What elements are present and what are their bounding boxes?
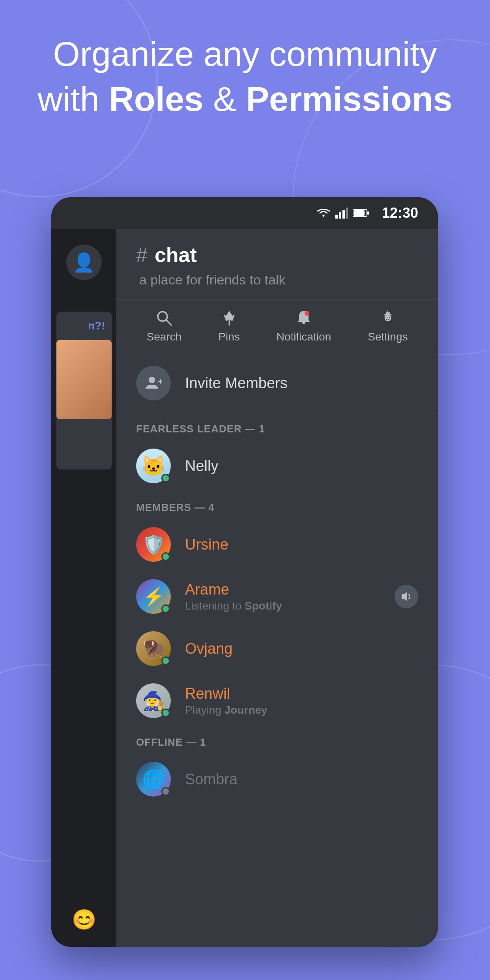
status-time: 12:30 (382, 205, 418, 221)
svg-rect-7 (353, 210, 365, 216)
status-dot-ovjang (161, 656, 170, 665)
member-info-nelly: Nelly (185, 458, 418, 475)
channel-header: # chat a place for friends to talk (116, 229, 438, 300)
channel-title-row: # chat (136, 243, 418, 267)
member-row-sombra[interactable]: 🌐 Sombra (116, 753, 438, 805)
section-header-fearless-leader: FEARLESS LEADER — 1 (116, 413, 438, 440)
member-row-nelly[interactable]: 🐱 Nelly (116, 440, 438, 492)
invite-members-row[interactable]: Invite Members (116, 353, 438, 413)
toolbar-pins[interactable]: Pins (218, 309, 239, 343)
pins-label: Pins (218, 331, 239, 343)
member-name-ovjang: Ovjang (185, 640, 418, 657)
toolbar: Search Pins Notification (116, 300, 438, 353)
battery-icon (353, 209, 369, 217)
sidebar-avatar[interactable]: 👤 (66, 245, 102, 280)
wifi-icon (316, 208, 331, 219)
section-header-members: MEMBERS — 4 (116, 492, 438, 518)
member-info-renwil: Renwil Playing Journey (185, 685, 418, 716)
invite-icon (136, 366, 171, 400)
section-header-offline: OFFLINE — 1 (116, 727, 438, 753)
svg-rect-3 (342, 210, 345, 219)
hash-icon: # (136, 243, 148, 267)
headline-line1: Organize any community (32, 32, 458, 77)
toolbar-search[interactable]: Search (147, 309, 182, 343)
status-dot-renwil (161, 709, 170, 717)
person-icon: 👤 (73, 252, 95, 273)
member-row-renwil[interactable]: 🧙 Renwil Playing Journey (116, 675, 438, 727)
member-name-nelly: Nelly (185, 458, 418, 475)
member-avatar-nelly: 🐱 (136, 449, 171, 483)
svg-marker-16 (402, 592, 407, 601)
member-row-arame[interactable]: ⚡ Arame Listening to Spotify (116, 570, 438, 623)
channel-description: a place for friends to talk (136, 272, 418, 288)
invite-label: Invite Members (185, 375, 288, 392)
member-status-arame: Listening to Spotify (185, 600, 380, 612)
headline: Organize any community with Roles & Perm… (0, 32, 490, 122)
channel-name: chat (155, 243, 197, 267)
headline-line2: with Roles & Permissions (32, 77, 458, 122)
add-person-icon (145, 374, 162, 392)
signal-icon (335, 208, 348, 219)
member-avatar-sombra: 🌐 (136, 762, 171, 797)
sidebar-image-preview (56, 340, 112, 419)
toolbar-notification[interactable]: Notification (277, 309, 331, 343)
status-dot-sombra (161, 787, 170, 796)
search-label: Search (147, 331, 182, 343)
svg-marker-0 (322, 215, 325, 217)
svg-point-11 (305, 311, 309, 316)
member-action-arame[interactable] (395, 585, 418, 608)
member-info-arame: Arame Listening to Spotify (185, 581, 380, 612)
member-row-ursine[interactable]: 🛡️ Ursine (116, 518, 438, 570)
svg-rect-1 (335, 215, 338, 219)
sidebar-emoji-icon: 😊 (72, 908, 96, 931)
member-avatar-arame: ⚡ (136, 579, 171, 614)
status-icons (316, 208, 369, 219)
member-name-arame: Arame (185, 581, 380, 598)
member-avatar-ovjang: 🦬 (136, 631, 171, 666)
svg-point-13 (149, 377, 155, 383)
settings-icon (379, 309, 396, 327)
settings-label: Settings (368, 331, 408, 343)
status-dot-nelly (161, 474, 170, 483)
sidebar-chat-preview: n?! (56, 312, 112, 469)
member-name-sombra: Sombra (185, 771, 418, 788)
pins-icon (221, 309, 238, 327)
svg-line-9 (166, 320, 171, 325)
member-info-ursine: Ursine (185, 536, 418, 553)
member-name-renwil: Renwil (185, 685, 418, 702)
member-avatar-ursine: 🛡️ (136, 527, 171, 562)
members-list: Invite Members FEARLESS LEADER — 1 🐱 Nel… (116, 353, 438, 805)
volume-icon (400, 590, 413, 603)
toolbar-settings[interactable]: Settings (368, 309, 408, 343)
svg-rect-2 (339, 212, 341, 219)
status-bar: 12:30 (51, 197, 438, 229)
member-info-sombra: Sombra (185, 771, 418, 788)
search-icon (155, 309, 173, 327)
svg-rect-4 (346, 208, 348, 219)
member-name-ursine: Ursine (185, 536, 418, 553)
member-avatar-renwil: 🧙 (136, 683, 171, 718)
member-info-ovjang: Ovjang (185, 640, 418, 657)
notification-icon (295, 309, 312, 327)
phone-mockup: 12:30 👤 n?! 😊 # chat a place for friends… (51, 197, 438, 947)
sidebar-text-preview: n?! (56, 312, 112, 340)
status-dot-ursine (161, 552, 170, 561)
member-status-renwil: Playing Journey (185, 704, 418, 716)
svg-rect-6 (367, 211, 369, 215)
left-sidebar: 👤 n?! 😊 (51, 229, 116, 947)
main-content: # chat a place for friends to talk Searc… (116, 229, 438, 947)
status-dot-arame (161, 604, 170, 613)
member-row-ovjang[interactable]: 🦬 Ovjang (116, 623, 438, 675)
notification-label: Notification (277, 331, 331, 343)
